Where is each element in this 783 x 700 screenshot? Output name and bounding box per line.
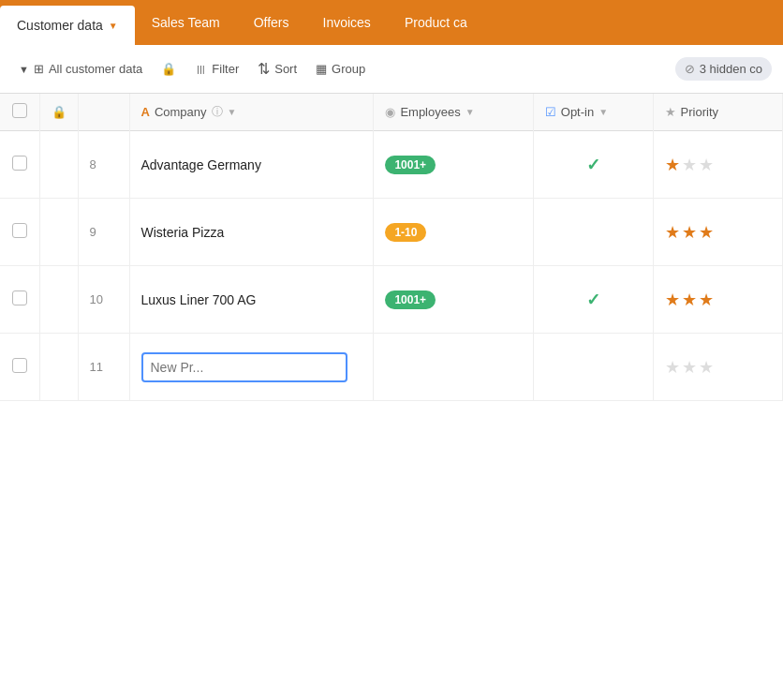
star-empty[interactable]: ★ [665, 357, 680, 378]
row-lock-cell [39, 334, 78, 401]
priority-stars[interactable]: ★★★ [665, 222, 771, 243]
row-optin-cell [533, 199, 653, 266]
optin-col-label: Opt-in [561, 105, 594, 119]
sort-button[interactable]: ⇅ Sort [250, 55, 304, 82]
view-toggle-button[interactable]: ▼ ⊞ All customer data [11, 57, 150, 81]
priority-col-label: Priority [681, 105, 718, 119]
row-priority-cell[interactable]: ★★★ [653, 266, 782, 334]
row-checkbox-cell [0, 199, 39, 266]
star-filled[interactable]: ★ [682, 222, 697, 243]
star-filled[interactable]: ★ [699, 290, 714, 310]
view-label: All customer data [49, 62, 142, 76]
optin-col-checkbox-icon: ☑ [545, 105, 556, 119]
nav-tab-sales-team-label: Sales Team [152, 15, 220, 30]
row-employees-cell [374, 334, 533, 401]
row-number-cell: 9 [78, 199, 129, 266]
nav-tab-invoices[interactable]: Invoices [306, 0, 388, 45]
table-row: 11★★★ [0, 334, 783, 401]
star-empty[interactable]: ★ [699, 155, 714, 175]
row-checkbox[interactable] [12, 156, 27, 171]
top-navigation: Customer data ▼ Sales Team Offers Invoic… [0, 0, 783, 45]
row-lock-cell [39, 266, 78, 334]
table-header-row: 🔒 A Company ⓘ ▼ ◉ Employees ▼ [0, 94, 783, 131]
row-company-cell[interactable]: Luxus Liner 700 AG [129, 266, 374, 334]
row-priority-cell[interactable]: ★★★ [653, 199, 782, 266]
employees-badge: 1001+ [385, 290, 436, 309]
data-table-container: 🔒 A Company ⓘ ▼ ◉ Employees ▼ [0, 94, 783, 401]
data-table: 🔒 A Company ⓘ ▼ ◉ Employees ▼ [0, 94, 783, 401]
sort-label: Sort [274, 62, 297, 76]
eye-slash-icon: ⊘ [685, 62, 695, 76]
row-checkbox[interactable] [12, 223, 27, 238]
nav-tab-offers-label: Offers [254, 15, 289, 30]
table-row: 8Advantage Germany1001+✓★★★ [0, 131, 783, 199]
group-label: Group [332, 62, 365, 76]
row-company-cell[interactable] [129, 334, 374, 401]
nav-tab-customer-data[interactable]: Customer data ▼ [0, 6, 135, 45]
group-button[interactable]: ▦ Group [308, 57, 373, 81]
row-optin-cell [533, 334, 653, 401]
column-header-employees[interactable]: ◉ Employees ▼ [374, 94, 533, 131]
star-filled[interactable]: ★ [699, 222, 714, 243]
sort-icon: ⇅ [258, 60, 270, 78]
row-checkbox-cell [0, 334, 39, 401]
table-row: 10Luxus Liner 700 AG1001+✓★★★ [0, 266, 783, 334]
nav-tab-product-cat[interactable]: Product ca [388, 0, 484, 45]
star-filled[interactable]: ★ [665, 290, 680, 310]
row-employees-cell: 1001+ [374, 131, 533, 199]
priority-stars[interactable]: ★★★ [665, 357, 771, 378]
new-record-input[interactable] [141, 352, 347, 382]
nav-tab-dropdown-arrow: ▼ [109, 21, 118, 31]
row-checkbox[interactable] [12, 358, 27, 373]
priority-col-star-icon: ★ [665, 105, 676, 119]
row-checkbox-cell [0, 266, 39, 334]
star-empty[interactable]: ★ [682, 155, 697, 175]
employees-badge: 1001+ [385, 156, 436, 174]
employees-badge: 1-10 [385, 223, 426, 242]
star-empty[interactable]: ★ [699, 357, 714, 378]
column-header-company[interactable]: A Company ⓘ ▼ [129, 94, 374, 131]
row-checkbox-cell [0, 131, 39, 199]
row-company-cell[interactable]: Advantage Germany [129, 131, 374, 199]
column-header-priority[interactable]: ★ Priority [653, 94, 782, 131]
column-header-lock: 🔒 [39, 94, 78, 131]
nav-tab-sales-team[interactable]: Sales Team [135, 0, 237, 45]
row-number-cell: 8 [78, 131, 129, 199]
hidden-cols-label: 3 hidden co [700, 62, 762, 76]
group-icon: ▦ [316, 62, 327, 76]
lock-icon-button[interactable]: 🔒 [154, 57, 184, 81]
row-priority-cell[interactable]: ★★★ [653, 131, 782, 199]
toolbar: ▼ ⊞ All customer data 🔒 ⫼ Filter ⇅ Sort … [0, 45, 783, 94]
nav-tab-customer-data-label: Customer data [17, 18, 103, 33]
employees-col-label: Employees [400, 105, 460, 119]
star-empty[interactable]: ★ [682, 357, 697, 378]
row-lock-cell [39, 199, 78, 266]
star-filled[interactable]: ★ [665, 155, 680, 175]
hidden-columns-button[interactable]: ⊘ 3 hidden co [675, 57, 772, 81]
column-header-optin[interactable]: ☑ Opt-in ▼ [533, 94, 653, 131]
row-number-cell: 11 [78, 334, 129, 401]
view-toggle-arrow-icon: ▼ [19, 64, 29, 75]
filter-label: Filter [212, 62, 239, 76]
filter-button[interactable]: ⫼ Filter [187, 57, 246, 81]
nav-tab-product-cat-label: Product ca [405, 15, 467, 30]
row-optin-cell: ✓ [533, 131, 653, 199]
star-filled[interactable]: ★ [682, 290, 697, 310]
row-company-cell[interactable]: Wisteria Pizza [129, 199, 374, 266]
company-col-label: Company [155, 105, 207, 119]
optin-checkmark: ✓ [586, 290, 600, 309]
company-col-dropdown-icon[interactable]: ▼ [228, 107, 237, 117]
row-number-cell: 10 [78, 266, 129, 334]
nav-tab-offers[interactable]: Offers [237, 0, 306, 45]
priority-stars[interactable]: ★★★ [665, 155, 771, 175]
priority-stars[interactable]: ★★★ [665, 290, 771, 310]
row-priority-cell[interactable]: ★★★ [653, 334, 782, 401]
column-header-checkbox [0, 94, 39, 131]
star-filled[interactable]: ★ [665, 222, 680, 243]
company-col-info-icon[interactable]: ⓘ [212, 104, 223, 120]
row-checkbox[interactable] [12, 290, 27, 305]
optin-col-dropdown-icon[interactable]: ▼ [598, 107, 608, 117]
grid-view-icon: ⊞ [34, 62, 44, 76]
employees-col-dropdown-icon[interactable]: ▼ [465, 107, 475, 117]
select-all-checkbox[interactable] [12, 103, 27, 118]
